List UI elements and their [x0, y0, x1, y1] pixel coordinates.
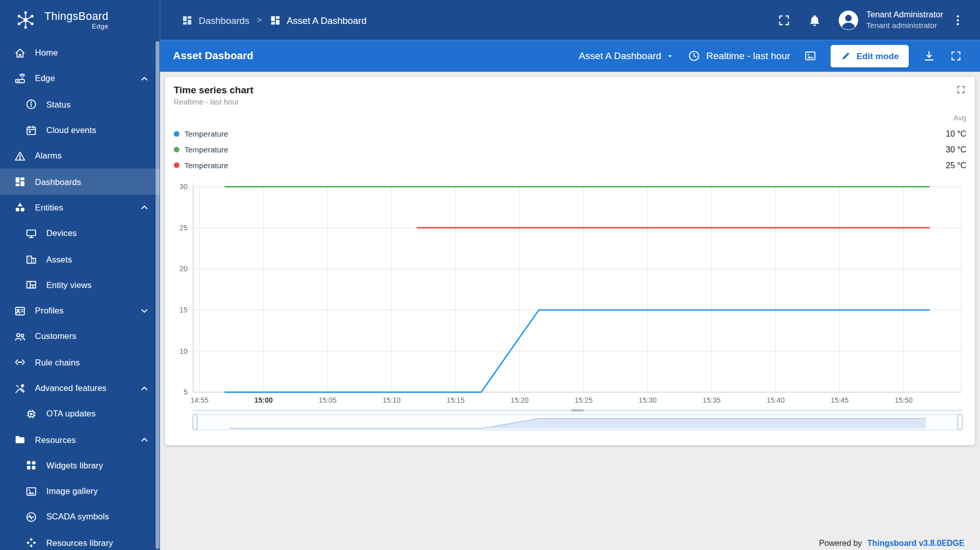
sidebar-item-label: Image gallery [46, 487, 152, 496]
svg-text:15:10: 15:10 [383, 396, 400, 404]
widget-fullscreen-button[interactable] [956, 84, 966, 95]
breadcrumb-item-dashboards[interactable]: Dashboards [181, 14, 249, 26]
sidebar-item-entities[interactable]: Entities [0, 195, 160, 221]
fullscreen-button[interactable] [777, 13, 791, 27]
sidebar-item-edge[interactable]: Edge [0, 66, 160, 92]
chart-range-slider[interactable] [192, 409, 966, 430]
legend-value: 25 °C [946, 161, 966, 170]
user-avatar[interactable] [838, 10, 859, 30]
toolbar-fullscreen-button[interactable] [949, 49, 963, 63]
chevron-up-icon [138, 201, 151, 214]
dashboards-icon [14, 175, 27, 188]
customers-icon [14, 330, 27, 343]
timewindow-button[interactable]: Realtime - last hour [688, 49, 790, 63]
ota-icon [25, 408, 38, 421]
edit-mode-button[interactable]: Edit mode [831, 45, 909, 67]
legend-label[interactable]: Temperature [184, 145, 228, 154]
svg-text:15:50: 15:50 [895, 396, 913, 404]
sidebar-scrollbar[interactable] [156, 41, 159, 549]
dashboard-image-button[interactable] [804, 49, 817, 63]
sidebar-item-widgets-library[interactable]: Widgets library [0, 453, 160, 479]
legend-value: 10 °C [946, 129, 966, 139]
brand-name: ThingsBoard [44, 10, 109, 23]
info-icon [25, 98, 38, 111]
download-button[interactable] [922, 49, 936, 63]
rule-chains-icon [14, 356, 27, 369]
resources-library-icon [25, 537, 38, 549]
sidebar-item-dashboards[interactable]: Dashboards [0, 169, 160, 195]
sidebar-item-label: Cloud events [46, 125, 152, 135]
breadcrumb: Dashboards>Asset A Dashboard [181, 14, 366, 26]
home-icon [14, 46, 27, 59]
svg-text:15:45: 15:45 [831, 396, 848, 404]
sidebar-item-devices[interactable]: Devices [0, 221, 160, 247]
sidebar-item-alarms[interactable]: Alarms [0, 143, 160, 169]
app: ThingsBoard Edge HomeEdgeStatusCloud eve… [0, 0, 980, 550]
sidebar-item-label: Advanced features [35, 383, 138, 392]
sidebar-item-label: Customers [35, 332, 152, 341]
dashboard-select[interactable]: Asset A Dashboard [579, 50, 674, 62]
breadcrumb-item-asset-a-dashboard[interactable]: Asset A Dashboard [269, 14, 367, 26]
legend-label[interactable]: Temperature [184, 161, 228, 169]
widget-title: Time series chart [174, 84, 254, 95]
sidebar-item-label: Edge [35, 74, 138, 83]
assets-icon [25, 253, 38, 266]
notifications-button[interactable] [808, 13, 822, 27]
legend-label[interactable]: Temperature [184, 129, 228, 138]
sidebar-item-label: Profiles [35, 306, 138, 315]
caret-down-icon [666, 52, 674, 60]
sidebar-item-home[interactable]: Home [0, 40, 160, 66]
sidebar-item-cloud-events[interactable]: Cloud events [0, 117, 160, 143]
clock-icon [688, 49, 701, 63]
legend-rows: Temperature10 °CTemperature30 °CTemperat… [174, 126, 966, 173]
fullscreen-icon [956, 84, 966, 95]
chevron-up-icon [138, 382, 151, 395]
sidebar-item-customers[interactable]: Customers [0, 324, 160, 350]
sidebar-item-label: Rule chains [35, 358, 152, 367]
chart-legend: Avg Temperature10 °CTemperature30 °CTemp… [174, 114, 966, 173]
sidebar-item-scada-symbols[interactable]: SCADA symbols [0, 504, 160, 530]
user-name: Tenant Administrator [866, 9, 943, 20]
legend-dot [174, 131, 180, 137]
svg-text:15:25: 15:25 [574, 396, 592, 404]
main-area: Dashboards>Asset A Dashboard Tenant Admi… [160, 0, 980, 550]
dashboard-select-value: Asset A Dashboard [579, 50, 662, 62]
version-link[interactable]: Thingsboard v3.8.0EDGE [867, 538, 964, 547]
sidebar-item-advanced-features[interactable]: Advanced features [0, 375, 160, 401]
dashboard-content: Time series chart Realtime - last hour A… [160, 72, 980, 550]
dashboards-icon [269, 14, 281, 26]
sidebar-item-label: Resources [35, 435, 138, 444]
sidebar-item-profiles[interactable]: Profiles [0, 298, 160, 324]
sidebar-item-label: Devices [46, 229, 152, 238]
sidebar-item-assets[interactable]: Assets [0, 246, 160, 272]
fullscreen-icon [949, 49, 963, 63]
legend-dot [174, 163, 180, 168]
sidebar-item-rule-chains[interactable]: Rule chains [0, 350, 160, 376]
calendar-icon [25, 124, 38, 137]
folder-icon [14, 433, 27, 446]
sidebar-item-resources[interactable]: Resources [0, 427, 160, 453]
profiles-icon [14, 304, 27, 317]
sidebar-item-label: Entities [35, 203, 138, 212]
sidebar-item-label: Dashboards [35, 177, 152, 186]
svg-text:25: 25 [180, 224, 188, 232]
user-role: Tenant administrator [866, 20, 943, 31]
bell-icon [808, 13, 822, 27]
entity-views-icon [25, 279, 38, 292]
sidebar-item-image-gallery[interactable]: Image gallery [0, 479, 160, 505]
more-menu-button[interactable] [950, 13, 965, 27]
widgets-icon [25, 459, 38, 472]
scada-icon [25, 511, 38, 523]
sidebar-item-entity-views[interactable]: Entity views [0, 272, 160, 298]
legend-item: Temperature30 °C [174, 142, 966, 158]
sidebar-item-label: SCADA symbols [46, 512, 152, 521]
svg-text:15:00: 15:00 [255, 396, 273, 404]
sidebar-item-ota-updates[interactable]: OTA updates [0, 401, 160, 427]
brand-logo[interactable]: ThingsBoard Edge [0, 0, 160, 40]
sidebar-item-status[interactable]: Status [0, 92, 160, 118]
svg-text:15:05: 15:05 [318, 396, 336, 404]
user-menu[interactable]: Tenant Administrator Tenant administrato… [866, 9, 943, 30]
sidebar: ThingsBoard Edge HomeEdgeStatusCloud eve… [0, 0, 160, 550]
thingsboard-logo-icon [14, 8, 38, 32]
sidebar-item-resources-library[interactable]: Resources library [0, 530, 160, 550]
